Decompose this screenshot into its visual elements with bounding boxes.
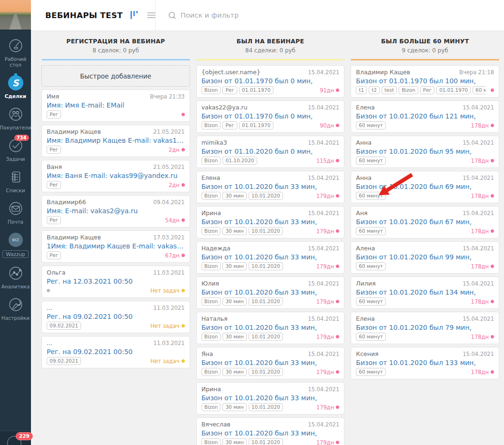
deal-date: 11.03.2021: [153, 304, 185, 312]
menu-icon[interactable]: [147, 12, 155, 18]
sidebar-item-lists[interactable]: Списки: [0, 168, 31, 193]
deal-task-status: 179дн: [316, 369, 339, 376]
deal-title-link[interactable]: Бизон от 10.01.2020 был 134 мин,: [356, 288, 494, 297]
deal-title-link[interactable]: Бизон от 10.01.2020 был 33 мин,: [202, 394, 340, 402]
sidebar-item-analytics[interactable]: Аналитика: [0, 265, 31, 289]
deal-title-link[interactable]: Рег. на 12.03.2021 00:50: [47, 277, 185, 286]
deal-tags: Bizon30 мин10.01.2020: [202, 297, 283, 306]
sidebar-item-wazzup[interactable]: wz Wazzup: [0, 231, 31, 258]
deal-title-link[interactable]: Бизон от 10.01.2020 был 33 мин,: [202, 253, 340, 261]
deal-title-link[interactable]: Бизон от 10.01.2020 был 33 мин,: [202, 182, 340, 191]
sidebar-item-customers[interactable]: Покупатели: [0, 106, 31, 130]
account-logo-photo[interactable]: [0, 0, 31, 30]
deal-title-link[interactable]: Рег. на 09.02.2021 00:50: [47, 347, 185, 356]
card-header: Вячеслав 15.04.2021: [202, 421, 340, 428]
deal-title-link[interactable]: Бизон от 10.01.2020 был 33 мин,: [202, 323, 340, 332]
deal-card[interactable]: ... 11.03.2021 Рег. на 09.02.2021 00:50 …: [41, 336, 190, 368]
deal-card[interactable]: Елена 15.04.2021 Бизон от 10.01.2020 был…: [196, 171, 345, 203]
deal-date: 15.04.2021: [463, 139, 494, 147]
deal-tags: 60 минут: [356, 192, 386, 200]
deal-card[interactable]: Аня 15.04.2021 Бизон от 10.01.2020 был 6…: [351, 206, 499, 238]
deal-title-link[interactable]: Имя: Имя E-mail: EMail: [47, 101, 185, 109]
deal-contact-name: Владимир66: [47, 198, 86, 206]
deal-title-link[interactable]: Имя: Ваня E-mail: vakas99@yandex.ru: [47, 171, 185, 180]
deal-card[interactable]: Владимир Кащев 17.03.2021 1Имя: Владимир…: [41, 230, 190, 263]
deal-card[interactable]: Ксения 15.04.2021 Бизон от 10.01.2020 бы…: [351, 347, 499, 379]
sidebar-item-tasks[interactable]: 734 Задачи: [0, 137, 31, 162]
deal-tag: 09.02.2021: [47, 357, 81, 365]
deal-task-status-text: Нет задач: [151, 323, 180, 329]
quick-add-button[interactable]: Быстрое добавление: [41, 65, 190, 87]
deal-date: Вчера 21:18: [459, 69, 494, 76]
deal-card[interactable]: Ирина 15.04.2021 Бизон от 10.01.2020 был…: [196, 382, 345, 415]
deal-card[interactable]: Вячеслав 15.04.2021 Бизон от 10.01.2020 …: [196, 417, 345, 445]
sidebar-item-settings[interactable]: Настройки: [0, 296, 31, 321]
deal-title-link[interactable]: 1Имя: Владимир Кащев E-mail: vakas99@y..…: [47, 242, 185, 250]
deal-title-link[interactable]: Бизон от 10.01.2020 был 33 мин,: [202, 429, 340, 437]
deal-card[interactable]: Наталья 15.04.2021 Бизон от 10.01.2020 б…: [196, 312, 345, 344]
deal-task-status-text: 179дн: [316, 334, 334, 340]
deal-tags: Bizon01.10.2020: [202, 157, 257, 165]
sidebar-item-mail[interactable]: Почта: [0, 200, 31, 225]
pipeline-view-icon[interactable]: [131, 11, 138, 20]
deal-card[interactable]: Ольга 11.03.2021 Рег. на 12.03.2021 00:5…: [41, 266, 190, 298]
deal-title-link[interactable]: Бизон от 10.01.2020 был 33 мин,: [202, 358, 340, 367]
deal-title-link[interactable]: Бизон от 10.01.2020 был 99 мин,: [356, 253, 494, 261]
deal-title-link[interactable]: Бизон от 10.01.2020 был 133 мин,: [356, 358, 494, 367]
deal-tag: 10.01.2020: [249, 262, 283, 270]
search-zone: [156, 0, 504, 30]
deal-title-link[interactable]: Бизон от 01.01.1970 был 100 мин,: [356, 77, 494, 85]
deal-card[interactable]: Елена 15.04.2021 Бизон от 10.01.2020 был…: [351, 100, 499, 133]
deal-card[interactable]: Ирина 15.04.2021 Бизон от 10.01.2020 был…: [196, 206, 345, 238]
deal-card[interactable]: Лилия 15.04.2021 Бизон от 10.01.2020 был…: [351, 277, 499, 309]
deal-title-link[interactable]: Рег. на 09.02.2021 00:50: [47, 312, 185, 321]
card-footer: 60 минут 178дн: [356, 191, 494, 200]
deal-card[interactable]: Владимир Кащев 21.05.2021 Имя: Владимир …: [41, 125, 190, 157]
card-footer: Bizon30 мин10.01.2020 179дн: [202, 367, 340, 376]
deal-card[interactable]: ... 11.03.2021 Рег. на 09.02.2021 00:50 …: [41, 301, 190, 333]
deal-title-link[interactable]: Бизон от 01.01.1970 был 0 мин,: [202, 77, 340, 85]
deal-contact-name: Ирина: [202, 386, 221, 393]
deal-card[interactable]: Елена 15.04.2021 Бизон от 10.01.2020 был…: [351, 312, 499, 344]
deal-title-link[interactable]: Бизон от 10.01.2020 был 33 мин,: [202, 288, 340, 297]
deal-card[interactable]: Яна 15.04.2021 Бизон от 10.01.2020 был 3…: [196, 347, 345, 379]
deal-card[interactable]: Анна 15.04.2021 Бизон от 10.01.2020 был …: [351, 171, 499, 203]
deal-card[interactable]: Ваня 21.05.2021 Имя: Ваня E-mail: vakas9…: [41, 160, 190, 192]
deal-card[interactable]: {object.user.name} 15.04.2021 Бизон от 0…: [196, 65, 345, 98]
search-input[interactable]: [181, 11, 371, 19]
deal-contact-name: Юлия: [202, 280, 219, 287]
deal-title-link[interactable]: Бизон от 10.01.2020 был 33 мин,: [202, 218, 340, 226]
deal-title-link[interactable]: Бизон от 10.01.2020 был 95 мин,: [356, 147, 494, 156]
deal-tag: Рег: [47, 181, 61, 189]
card-footer: 60 минут 178дн: [356, 367, 494, 376]
deal-card[interactable]: Анна 15.04.2021 Бизон от 10.01.2020 был …: [351, 136, 499, 168]
deal-title-link[interactable]: Бизон от 01.01.1970 был 0 мин,: [202, 112, 340, 120]
deal-card[interactable]: mimika3 15.04.2021 Бизон от 01.10.2020 б…: [196, 136, 345, 168]
deal-card[interactable]: Юлия 15.04.2021 Бизон от 10.01.2020 был …: [196, 277, 345, 309]
deal-task-status-text: 178дн: [471, 263, 489, 270]
deal-card[interactable]: Владимир Кащев Вчера 21:18 Бизон от 01.0…: [351, 65, 499, 98]
deal-title-link[interactable]: Бизон от 01.10.2020 был 0 мин,: [202, 147, 340, 156]
deal-card[interactable]: Владимир66 09.04.2021 Имя: E-mail: vakas…: [41, 195, 190, 227]
deal-card[interactable]: Надежда 15.04.2021 Бизон от 10.01.2020 б…: [196, 241, 345, 274]
deal-title-link[interactable]: Бизон от 10.01.2020 был 67 мин,: [356, 218, 494, 226]
sidebar-item-desktop[interactable]: Рабочий стол: [0, 37, 31, 68]
deal-title-link[interactable]: Имя: E-mail: vakas2@ya.ru: [47, 207, 185, 215]
deal-card[interactable]: vakas22@ya.ru 15.04.2021 Бизон от 01.01.…: [196, 100, 345, 133]
deal-title-link[interactable]: Имя: Владимир Кащев E-mail: vakas123@y..…: [47, 136, 185, 145]
deal-task-status: 179дн: [316, 298, 339, 305]
deal-contact-name: vakas22@ya.ru: [202, 104, 248, 111]
sidebar-item-deals[interactable]: S Сделки: [0, 74, 31, 99]
deal-contact-name: Аня: [356, 209, 367, 217]
deal-date: 15.04.2021: [308, 104, 339, 111]
page-title[interactable]: ВЕБИНАРЫ TEST: [45, 11, 123, 20]
deal-title-link[interactable]: Бизон от 10.01.2020 был 121 мин,: [356, 112, 494, 120]
deal-task-status: 178дн: [471, 193, 494, 199]
deal-title-link[interactable]: Бизон от 10.01.2020 был 79 мин,: [356, 323, 494, 332]
deal-card[interactable]: Имя Вчера 21:33 Имя: Имя E-mail: EMail Р…: [41, 89, 190, 122]
deal-card[interactable]: Алена 15.04.2021 Бизон от 10.01.2020 был…: [351, 241, 499, 274]
deal-title-link[interactable]: Бизон от 10.01.2020 был 69 мин,: [356, 182, 494, 191]
pipeline-column: БЫЛ БОЛЬШЕ 60 МИНУТ 9 сделок: 0 руб Влад…: [351, 38, 499, 445]
deal-tag: 60 минут: [356, 227, 386, 235]
sidebar-profile[interactable]: 229: [0, 431, 31, 445]
